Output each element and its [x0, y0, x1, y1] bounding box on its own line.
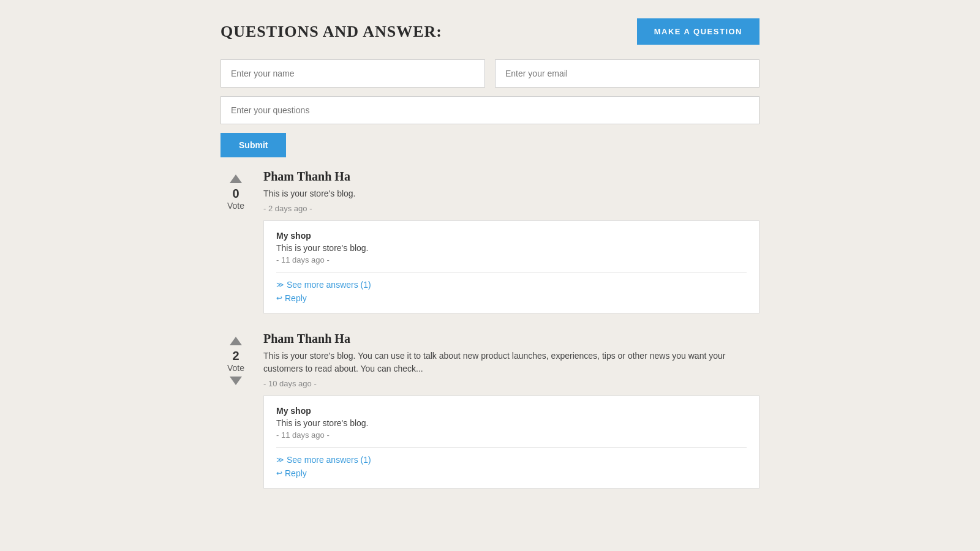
- question-input[interactable]: [221, 96, 760, 124]
- vote-count: 0: [232, 187, 239, 201]
- question-content: Pham Thanh Ha This is your store's blog.…: [263, 170, 760, 313]
- reply-icon: ↩: [276, 469, 282, 478]
- chevron-icon: ≫: [276, 280, 284, 289]
- see-more-answers-link[interactable]: ≫ See more answers (1): [276, 280, 747, 290]
- reply-label: Reply: [285, 468, 307, 478]
- make-question-button[interactable]: MAKE A QUESTION: [637, 18, 760, 45]
- page-title: QUESTIONS AND ANSWER:: [221, 23, 442, 41]
- name-input[interactable]: [221, 59, 485, 88]
- vote-count: 2: [232, 349, 239, 363]
- email-input[interactable]: [495, 59, 760, 88]
- question-author: Pham Thanh Ha: [263, 332, 760, 346]
- question-text: This is your store's blog. You can use i…: [263, 350, 760, 375]
- answer-divider: [276, 447, 747, 448]
- question-time: - 10 days ago -: [263, 379, 760, 388]
- question-time: - 2 days ago -: [263, 204, 760, 213]
- vote-up-arrow[interactable]: [230, 337, 242, 345]
- question-item: 0 Vote Pham Thanh Ha This is your store'…: [221, 170, 760, 313]
- answer-actions: ≫ See more answers (1) ↩ Reply: [276, 280, 747, 303]
- page-header: QUESTIONS AND ANSWER: MAKE A QUESTION: [221, 18, 760, 45]
- answer-text: This is your store's blog.: [276, 418, 747, 428]
- reply-link[interactable]: ↩ Reply: [276, 468, 747, 478]
- answer-shop-name: My shop: [276, 406, 747, 416]
- vote-section: 0 Vote: [221, 170, 251, 313]
- reply-label: Reply: [285, 293, 307, 303]
- vote-up-arrow[interactable]: [230, 174, 242, 183]
- answer-divider: [276, 272, 747, 272]
- vote-section: 2 Vote: [221, 332, 251, 489]
- see-more-label: See more answers (1): [287, 280, 371, 290]
- answer-text: This is your store's blog.: [276, 243, 747, 253]
- question-author: Pham Thanh Ha: [263, 170, 760, 184]
- vote-down-arrow[interactable]: [230, 377, 242, 385]
- answer-actions: ≫ See more answers (1) ↩ Reply: [276, 455, 747, 478]
- answer-box: My shop This is your store's blog. - 11 …: [263, 395, 760, 489]
- answer-box: My shop This is your store's blog. - 11 …: [263, 220, 760, 313]
- chevron-icon: ≫: [276, 455, 284, 464]
- form-question-row: [221, 96, 760, 124]
- see-more-label: See more answers (1): [287, 455, 371, 465]
- answer-shop-name: My shop: [276, 231, 747, 241]
- answer-time: - 11 days ago -: [276, 430, 747, 440]
- vote-label: Vote: [227, 201, 244, 211]
- reply-icon: ↩: [276, 294, 282, 302]
- reply-link[interactable]: ↩ Reply: [276, 293, 747, 303]
- questions-list: 0 Vote Pham Thanh Ha This is your store'…: [221, 170, 760, 489]
- question-form: Submit: [221, 59, 760, 157]
- page-container: QUESTIONS AND ANSWER: MAKE A QUESTION Su…: [208, 0, 772, 525]
- question-item: 2 Vote Pham Thanh Ha This is your store'…: [221, 332, 760, 489]
- answer-time: - 11 days ago -: [276, 255, 747, 264]
- question-content: Pham Thanh Ha This is your store's blog.…: [263, 332, 760, 489]
- see-more-answers-link[interactable]: ≫ See more answers (1): [276, 455, 747, 465]
- vote-label: Vote: [227, 363, 244, 373]
- question-text: This is your store's blog.: [263, 187, 760, 200]
- form-name-email-row: [221, 59, 760, 88]
- submit-button[interactable]: Submit: [221, 133, 286, 157]
